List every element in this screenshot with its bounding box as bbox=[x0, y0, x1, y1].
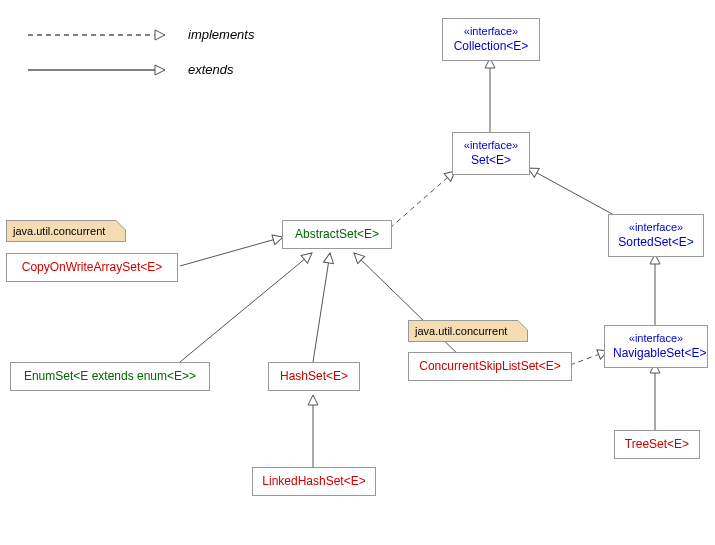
node-set: «interface» Set<E> bbox=[452, 132, 530, 175]
class-name: SortedSet<E> bbox=[617, 235, 695, 250]
node-collection: «interface» Collection<E> bbox=[442, 18, 540, 61]
svg-line-6 bbox=[180, 253, 312, 362]
node-linkedhashset: LinkedHashSet<E> bbox=[252, 467, 376, 496]
node-abstractset: AbstractSet<E> bbox=[282, 220, 392, 249]
class-name: Collection<E> bbox=[451, 39, 531, 54]
legend-implements-label: implements bbox=[188, 27, 254, 42]
stereotype-label: «interface» bbox=[613, 332, 699, 346]
node-copyonwritearrayset: CopyOnWriteArraySet<E> bbox=[6, 253, 178, 282]
class-name: TreeSet<E> bbox=[625, 437, 689, 451]
svg-line-9 bbox=[570, 351, 608, 365]
class-name: LinkedHashSet<E> bbox=[262, 474, 365, 488]
class-name: Set<E> bbox=[461, 153, 521, 168]
stereotype-label: «interface» bbox=[617, 221, 695, 235]
class-name: ConcurrentSkipListSet<E> bbox=[419, 359, 560, 373]
class-name: AbstractSet<E> bbox=[295, 227, 379, 241]
class-name: HashSet<E> bbox=[280, 369, 348, 383]
node-concurrentskiplistset: ConcurrentSkipListSet<E> bbox=[408, 352, 572, 381]
svg-line-7 bbox=[313, 253, 330, 362]
legend-extends-label: extends bbox=[188, 62, 234, 77]
note-concurrent-csl: java.util.concurrent bbox=[408, 320, 528, 342]
class-name: EnumSet<E extends enum<E>> bbox=[24, 369, 196, 383]
node-navigableset: «interface» NavigableSet<E> bbox=[604, 325, 708, 368]
node-sortedset: «interface» SortedSet<E> bbox=[608, 214, 704, 257]
svg-line-5 bbox=[180, 237, 283, 266]
node-hashset: HashSet<E> bbox=[268, 362, 360, 391]
class-name: NavigableSet<E> bbox=[613, 346, 699, 361]
note-text: java.util.concurrent bbox=[415, 325, 507, 337]
node-treeset: TreeSet<E> bbox=[614, 430, 700, 459]
svg-line-8 bbox=[354, 253, 466, 362]
class-name: CopyOnWriteArraySet<E> bbox=[22, 260, 163, 274]
node-enumset: EnumSet<E extends enum<E>> bbox=[10, 362, 210, 391]
note-text: java.util.concurrent bbox=[13, 225, 105, 237]
stereotype-label: «interface» bbox=[451, 25, 531, 39]
note-concurrent-cow: java.util.concurrent bbox=[6, 220, 126, 242]
svg-line-1 bbox=[390, 171, 455, 228]
stereotype-label: «interface» bbox=[461, 139, 521, 153]
